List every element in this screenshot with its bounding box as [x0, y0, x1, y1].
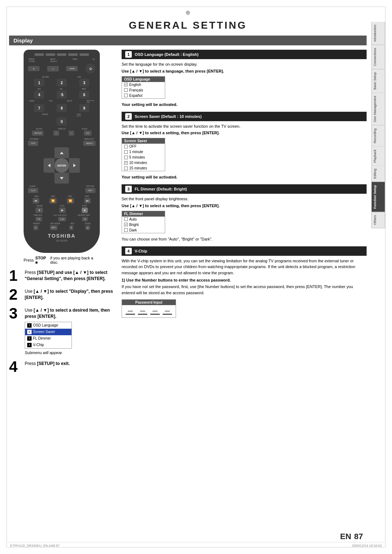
dpad-down[interactable] — [54, 173, 69, 184]
btn-6[interactable]: 6 — [79, 91, 89, 99]
btn-stop[interactable]: ■ — [82, 208, 88, 213]
submenu-item-4: 4 V-Chip — [25, 342, 72, 348]
step2-text: Use [▲ / ▼] to select "Display", then pr… — [25, 287, 114, 301]
page-border-left — [7, 7, 7, 547]
osd-item-espanol: Español — [122, 93, 165, 98]
target-icon: ⊕ — [9, 9, 367, 16]
step1-header: 1 OSD Language (Default : English) — [122, 50, 367, 59]
submenu-text-2: Screen Saver — [33, 329, 55, 335]
btn-return[interactable]: RET — [85, 188, 95, 193]
btn-rev[interactable]: ⏪ — [49, 198, 57, 204]
btn-clear[interactable]: CLR — [28, 188, 38, 193]
remote-model: SE-R0265 — [28, 239, 95, 242]
dpad-right[interactable] — [69, 158, 80, 173]
step4-num: 4 — [9, 359, 22, 374]
step4-left: 4 Press [SETUP] to exit. — [9, 359, 114, 374]
label-at-abc: @/! ABC — [42, 76, 49, 78]
step1-num: 1 — [9, 268, 22, 283]
osd-label-english: English — [129, 83, 141, 87]
btn-0[interactable]: 0 — [57, 118, 67, 126]
step2-right: 2 Screen Saver (Default : 10 minutes) Se… — [122, 112, 367, 180]
step1-body: Set the language for the on-screen displ… — [122, 61, 367, 67]
clear-return-row: CLR RET — [28, 188, 95, 193]
btn-cd[interactable]: CD — [84, 131, 91, 136]
tab-basic-setup[interactable]: Basic Setup — [371, 69, 385, 93]
play-labels: PAUSE PLAY STOP — [28, 205, 95, 207]
btn-9[interactable]: 9 — [79, 104, 89, 112]
step2-body: Set the time to activate the screen save… — [122, 123, 367, 130]
btn-4[interactable]: 4 — [34, 91, 44, 99]
btn-hdmi[interactable]: HDMI — [66, 66, 78, 71]
btn-input[interactable]: ⇒ — [47, 66, 59, 71]
tab-function-setup[interactable]: Function Setup — [371, 182, 385, 212]
label-pqrs: PQRS — [29, 100, 34, 103]
btn-fwd[interactable]: ⏩ — [67, 198, 74, 204]
tab-introduction[interactable]: Introduction — [371, 22, 385, 45]
label-space: SPACE — [42, 113, 48, 117]
tab-disc-management[interactable]: Disc Management — [371, 93, 385, 126]
label-satellite: SATELLITELINK — [86, 100, 94, 103]
btn-setup[interactable]: SETUP — [32, 131, 44, 136]
fl-item-dark: Dark — [122, 227, 165, 233]
btn-audio[interactable]: ♪ — [69, 131, 74, 136]
btn-repeat[interactable]: ↻ — [33, 225, 38, 230]
dpad-up[interactable] — [54, 147, 69, 158]
dpad: ENTER — [28, 147, 95, 184]
submenu-num-3: 3 — [27, 336, 32, 341]
two-col-layout: OPEN/CLOSE INPUTSELECT HDMI I/() ▲ ⇒ HDM… — [9, 50, 367, 378]
btn-pause[interactable]: ⏸ — [36, 208, 43, 213]
label-repeat: REPEAT — [33, 222, 40, 225]
label-stop: STOP — [82, 205, 87, 207]
col-left: OPEN/CLOSE INPUTSELECT HDMI I/() ▲ ⇒ HDM… — [9, 50, 114, 378]
tab-others[interactable]: Others — [371, 212, 385, 228]
spacer — [34, 118, 44, 126]
step3-left: 3 Use [▲ / ▼] to select a desired item, … — [9, 306, 114, 356]
dpad-left[interactable] — [44, 158, 54, 173]
btn-timeslip[interactable]: TS — [36, 217, 42, 221]
step3-note: You can choose one from "Auto", "Bright"… — [122, 237, 367, 241]
submenu-item-3: 3 FL Dimmer — [25, 335, 72, 342]
btn-instant-skip[interactable]: IS — [82, 217, 88, 221]
btn-zoom[interactable]: ⊕ — [85, 225, 90, 230]
tab-recording[interactable]: Recording — [371, 126, 385, 147]
btn-play[interactable]: ▶ — [59, 208, 66, 213]
step4-badge: 4 — [125, 248, 132, 254]
dpad-enter[interactable]: ENTER — [54, 158, 69, 173]
step3-title: FL Dimmer (Default: Bright) — [135, 187, 187, 191]
btn-power[interactable]: ⏻ — [85, 63, 95, 74]
submenu-text-3: FL Dimmer — [33, 336, 51, 341]
numpad-labels4: SPACE TIMERPROG. — [28, 113, 95, 117]
en-label: EN — [340, 532, 351, 541]
label-1-3x: 1.3x / 0.8x PLAY — [53, 214, 67, 216]
btn-top-menu[interactable]: TOP — [28, 141, 38, 146]
step4-title: V-Chip — [135, 249, 147, 253]
tab-playback[interactable]: Playback — [371, 147, 385, 166]
step3-num: 3 — [9, 306, 22, 321]
btn-skip-fwd[interactable]: ⏭ — [84, 198, 91, 204]
btn-menu-list[interactable]: MENU — [83, 141, 95, 146]
btn-recmode[interactable]: REC — [50, 225, 58, 230]
btn-3[interactable]: 3 — [79, 79, 89, 87]
step1-title: OSD Language (Default : English) — [135, 52, 199, 57]
step2-badge: 2 — [125, 113, 132, 120]
osd-check-english — [124, 83, 128, 86]
btn-open-close[interactable]: ▲ — [28, 66, 40, 71]
btn-1[interactable]: 1 — [34, 79, 44, 87]
btn-skip-back[interactable]: ⏮ — [33, 198, 39, 204]
numpad-labels2: GHI JKL MNO — [28, 88, 95, 90]
remote-top-btn1 — [34, 53, 44, 56]
rec-labels: REPEAT REC MODE REC ZOOM — [28, 222, 95, 225]
btn-rec[interactable]: ● — [69, 225, 74, 230]
btn-2[interactable]: 2 — [57, 79, 67, 87]
osd-item-francais: Français — [122, 87, 165, 93]
btn-5[interactable]: ○5 — [57, 91, 67, 99]
btn-display[interactable]: □ — [53, 131, 59, 136]
tab-editing[interactable]: Editing — [371, 166, 385, 182]
password-field-4: — — [163, 308, 172, 315]
btn-8[interactable]: 8 — [57, 104, 67, 112]
btn-1-3x[interactable]: 1.3x — [58, 217, 66, 221]
tab-connections[interactable]: Connections — [371, 45, 385, 69]
btn-7[interactable]: 7 — [34, 104, 44, 112]
bottom-bar: E7PFAUD_DR430KU_EN.indd 87 2009/12/14 18… — [7, 542, 385, 547]
file-info: E7PFAUD_DR430KU_EN.indd 87 — [10, 544, 60, 547]
